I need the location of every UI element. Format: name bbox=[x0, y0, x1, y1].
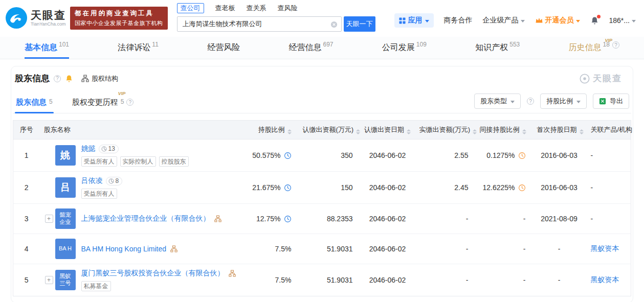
column-header[interactable]: 首次持股日期 bbox=[533, 121, 586, 140]
avatar[interactable]: BA H bbox=[55, 239, 76, 259]
subscribe-bell-icon[interactable] bbox=[65, 75, 73, 83]
column-header: 股东名称 bbox=[40, 121, 238, 140]
holding-change-icon[interactable] bbox=[284, 184, 292, 192]
tianyancha-logo-icon bbox=[5, 7, 28, 29]
row-index: 5 bbox=[13, 264, 40, 296]
page-tab[interactable]: 法律诉讼11 bbox=[118, 37, 158, 59]
shareholder-row: 3+懿宠企业上海懿宠企业管理合伙企业（有限合伙）12.75%88.2353204… bbox=[13, 204, 631, 234]
nav-open-vip[interactable]: 开通会员 bbox=[535, 16, 580, 25]
indirect-ratio-cell: - bbox=[476, 264, 533, 296]
logo[interactable]: 天眼查 TianYanCha.com bbox=[5, 7, 66, 29]
first-holding-date-cell: 2021-08-09 bbox=[533, 204, 586, 234]
indirect-holding-icon[interactable] bbox=[518, 184, 526, 192]
expand-button[interactable]: + bbox=[45, 215, 53, 223]
column-header[interactable]: 间接持股比例 bbox=[476, 121, 533, 140]
shareholder-tag: 实际控制人 bbox=[120, 156, 156, 167]
holding-ratio-filter[interactable]: 持股比例 bbox=[540, 94, 587, 109]
notification-bell-icon[interactable] bbox=[590, 16, 599, 25]
holding-ratio-cell: 7.5% bbox=[238, 264, 299, 296]
column-header: 关联产品/机构 bbox=[586, 121, 631, 140]
holding-change-icon[interactable] bbox=[284, 215, 292, 223]
shareholder-name-link[interactable]: 吕依凌 bbox=[81, 176, 103, 185]
search-tab-company[interactable]: 查公司 bbox=[177, 3, 204, 13]
partner-count-badge[interactable]: 8 bbox=[106, 177, 123, 185]
help-icon[interactable]: ? bbox=[54, 75, 61, 82]
chevron-down-icon bbox=[632, 20, 636, 22]
sort-icon bbox=[473, 129, 477, 134]
shareholder-tag: 控股股东 bbox=[159, 156, 189, 167]
clear-search-icon[interactable] bbox=[330, 21, 338, 28]
avatar[interactable]: 懿宠企业 bbox=[55, 208, 76, 229]
equity-structure-link[interactable]: 股权结构 bbox=[81, 74, 118, 83]
search-input[interactable] bbox=[177, 20, 341, 28]
search-tab-risk[interactable]: 查风险 bbox=[278, 4, 298, 13]
search-area: 查公司 查老板 查关系 查风险 天眼一下 bbox=[177, 3, 375, 32]
export-button[interactable]: 导出 bbox=[593, 94, 629, 109]
avatar[interactable]: 姚 bbox=[55, 145, 76, 166]
column-header[interactable]: 持股比例 bbox=[238, 121, 299, 140]
page-tab[interactable]: VIP历史信息18? bbox=[569, 37, 619, 59]
equity-structure-icon[interactable] bbox=[170, 245, 177, 252]
watermark-logo: 天眼查 bbox=[580, 73, 622, 84]
subscribed-amount-cell: 150 bbox=[299, 172, 360, 204]
top-nav: 应用 商务合作 企业级产品 开通会员 186*... bbox=[394, 13, 636, 28]
nav-enterprise-products[interactable]: 企业级产品 bbox=[483, 16, 525, 25]
shareholder-row: 2吕吕依凌8受益所有人21.675%1502046-06-022.4512.62… bbox=[13, 172, 631, 204]
subscribed-date-cell: 2046-06-02 bbox=[360, 172, 415, 204]
column-header: 序号 bbox=[13, 121, 40, 140]
shareholder-type-filter[interactable]: 股东类型 bbox=[474, 94, 521, 109]
page-tab[interactable]: 经营风险 bbox=[207, 37, 240, 59]
shareholder-section: 股东信息 ? 股权结构 天眼查 股东信息 bbox=[11, 66, 633, 302]
shareholder-name-link[interactable]: 厦门黑蚁三号股权投资合伙企业（有限合伙） bbox=[81, 269, 225, 278]
indirect-ratio-cell: - bbox=[476, 234, 533, 264]
page-tab[interactable]: 基本信息101 bbox=[25, 37, 69, 59]
help-icon[interactable]: ? bbox=[612, 41, 619, 49]
equity-structure-icon[interactable] bbox=[214, 215, 221, 222]
first-holding-date-cell: 2016-06-03 bbox=[533, 172, 586, 204]
subtab-equity-changes[interactable]: VIP 股权变更历程 5 ? bbox=[71, 97, 135, 113]
search-tab-boss[interactable]: 查老板 bbox=[215, 4, 235, 13]
apps-menu[interactable]: 应用 bbox=[394, 13, 434, 28]
column-header[interactable]: 认缴出资额(万元) bbox=[299, 121, 360, 140]
avatar[interactable]: 吕 bbox=[55, 177, 76, 198]
partner-count-badge[interactable]: 13 bbox=[99, 145, 119, 153]
nav-business-cooperation[interactable]: 商务合作 bbox=[444, 16, 473, 25]
search-tabs: 查公司 查老板 查关系 查风险 bbox=[177, 3, 375, 13]
user-phone[interactable]: 186*... bbox=[609, 16, 636, 25]
expand-button[interactable]: + bbox=[45, 276, 53, 284]
first-holding-date-cell: 2016-06-03 bbox=[533, 140, 586, 172]
holding-change-icon[interactable] bbox=[284, 152, 292, 159]
table-header-row: 序号股东名称持股比例认缴出资额(万元)认缴出资日期实缴出资额(万元)间接持股比例… bbox=[13, 121, 631, 140]
column-header[interactable]: 实缴出资额(万元) bbox=[415, 121, 476, 140]
shareholder-name-link[interactable]: 上海懿宠企业管理合伙企业（有限合伙） bbox=[81, 214, 210, 223]
subscribed-amount-cell: 88.2353 bbox=[299, 204, 360, 234]
subtab-shareholders[interactable]: 股东信息 5 bbox=[15, 97, 54, 113]
chevron-down-icon bbox=[576, 20, 580, 22]
equity-structure-icon[interactable] bbox=[229, 270, 236, 277]
indirect-holding-icon[interactable] bbox=[518, 152, 526, 159]
sort-icon bbox=[407, 129, 411, 134]
page-tab[interactable]: 知识产权553 bbox=[475, 37, 520, 59]
avatar[interactable]: 黑蚁三号 bbox=[55, 270, 76, 290]
related-org-link[interactable]: 黑蚁资本 bbox=[591, 244, 619, 252]
shareholder-name-link[interactable]: BA HM Hong Kong Limited bbox=[81, 245, 167, 253]
shareholder-name-link[interactable]: 姚懿 bbox=[81, 144, 96, 153]
help-icon[interactable]: ? bbox=[527, 98, 534, 105]
subscribed-date-cell: 2046-06-02 bbox=[360, 264, 415, 296]
search-button[interactable]: 天眼一下 bbox=[344, 16, 375, 32]
section-header: 股东信息 ? 股权结构 天眼查 bbox=[13, 73, 631, 84]
help-icon[interactable]: ? bbox=[126, 99, 134, 106]
shareholder-name-cell: +黑蚁三号厦门黑蚁三号股权投资合伙企业（有限合伙）私募基金 bbox=[40, 264, 238, 296]
related-org-cell: 黑蚁资本 bbox=[586, 234, 631, 264]
column-header[interactable]: 认缴出资日期 bbox=[360, 121, 415, 140]
shareholder-row: 1姚姚懿13受益所有人实际控制人控股股东50.575%3502046-06-02… bbox=[13, 140, 631, 172]
shareholder-name-cell: BA HBA HM Hong Kong Limited bbox=[40, 234, 238, 264]
paid-amount-cell: - bbox=[415, 264, 476, 296]
shareholder-name-cell: 姚姚懿13受益所有人实际控制人控股股东 bbox=[40, 140, 238, 172]
search-tab-relation[interactable]: 查关系 bbox=[247, 4, 267, 13]
page-tab[interactable]: 公司发展109 bbox=[382, 37, 427, 59]
related-org-cell: 黑蚁资本 bbox=[586, 264, 631, 296]
indirect-ratio-cell: - bbox=[476, 204, 533, 234]
related-org-link[interactable]: 黑蚁资本 bbox=[591, 275, 619, 284]
page-tab[interactable]: 经营信息697 bbox=[288, 37, 333, 59]
